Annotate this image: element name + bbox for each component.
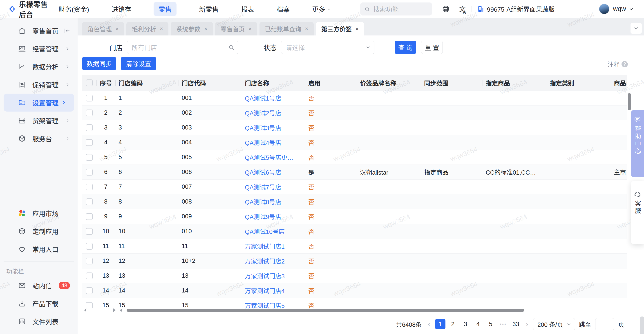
prev-page-button[interactable]: ‹ — [427, 320, 431, 328]
sidebar-item[interactable]: 产品下载 — [0, 295, 78, 313]
page-number-4[interactable]: 4 — [473, 319, 483, 329]
query-button[interactable]: 查 询 — [395, 41, 416, 54]
row-checkbox[interactable] — [86, 184, 93, 190]
cell-store-name-link[interactable]: 万家测试门店4 — [242, 283, 305, 298]
top-nav-item[interactable]: 档案 — [276, 4, 290, 14]
open-tab[interactable]: 角色管理 × — [82, 22, 124, 35]
top-nav-item[interactable]: 零售 — [154, 2, 176, 16]
cell-store-name-link[interactable]: QA测试9号店 — [242, 209, 305, 224]
row-checkbox[interactable] — [86, 287, 93, 294]
sidebar-item[interactable]: 定制应用 — [0, 222, 78, 240]
tab-close-icon[interactable]: × — [248, 25, 252, 32]
sidebar-item[interactable]: 经营管理 — [0, 40, 78, 58]
next-page-button[interactable]: › — [525, 320, 529, 328]
printer-icon[interactable] — [442, 5, 450, 13]
cell-store-name-link[interactable]: QA测试5号店更… — [242, 150, 305, 165]
row-checkbox[interactable] — [86, 258, 93, 264]
open-tab[interactable]: 零售首页 × — [215, 22, 257, 35]
page-size-select[interactable]: 200 条/页 — [533, 318, 575, 330]
open-tab[interactable]: 已结账单查询 × — [260, 22, 314, 35]
store-filter-input[interactable]: 所有门店 — [127, 41, 238, 54]
row-checkbox[interactable] — [86, 110, 93, 116]
tab-close-icon[interactable]: × — [115, 25, 119, 32]
sidebar-collapse-icon[interactable] — [64, 27, 70, 34]
top-nav-item[interactable]: 报表 — [241, 4, 254, 14]
page-number-5[interactable]: 5 — [486, 319, 496, 329]
top-nav: 财务(资金) 进销存 零售 新零售 报表 档案 更多 — [59, 2, 332, 16]
cell-store-name-link[interactable]: QA测试3号店 — [242, 120, 305, 135]
language-translate-icon[interactable]: 文A — [459, 4, 466, 14]
scroll-left-arrow[interactable] — [84, 308, 86, 312]
sidebar-item[interactable]: 文件列表 — [0, 313, 78, 331]
open-tab[interactable]: 第三方价签 × — [316, 22, 364, 35]
row-checkbox[interactable] — [86, 139, 93, 146]
sidebar-item[interactable]: 站内信 48 — [0, 277, 78, 295]
status-filter-select[interactable]: 请选择 — [281, 41, 374, 54]
top-nav-item[interactable]: 进销存 — [112, 4, 131, 14]
cell-store-name-link[interactable]: 万家测试门店5 — [242, 298, 305, 308]
scroll-left-arrow[interactable] — [120, 308, 122, 312]
cell-store-name-link[interactable]: 万家测试门店3 — [242, 268, 305, 283]
global-search-input[interactable]: 搜索功能 — [360, 2, 432, 15]
fixed-columns-scrollbar[interactable] — [84, 308, 116, 312]
jump-page-input[interactable] — [595, 318, 614, 330]
row-checkbox[interactable] — [86, 95, 93, 101]
page-number-1[interactable]: 1 — [435, 319, 446, 329]
cell-store-name-link[interactable]: QA测试8号店 — [242, 194, 305, 209]
row-checkbox[interactable] — [86, 243, 93, 250]
horizontal-scrollbar-thumb[interactable] — [126, 309, 524, 312]
question-icon[interactable]: ? — [622, 61, 628, 67]
cell-store-name-link[interactable]: 万家测试门店1 — [242, 239, 305, 253]
row-checkbox[interactable] — [86, 273, 93, 279]
tab-close-icon[interactable]: × — [305, 25, 308, 32]
scroll-handle[interactable] — [640, 317, 644, 334]
user-menu[interactable]: wqw — [599, 4, 634, 14]
customer-service-tab[interactable]: 客服 — [631, 181, 644, 244]
tab-close-icon[interactable]: × — [204, 25, 207, 32]
row-checkbox[interactable] — [86, 228, 93, 235]
row-checkbox[interactable] — [86, 198, 93, 205]
app-logo[interactable]: 乐檬零售后台 — [8, 0, 49, 19]
cell-store-name-link[interactable]: QA测试2号店 — [242, 106, 305, 120]
cell-store-name-link[interactable]: QA测试1号店 — [242, 91, 305, 105]
row-checkbox[interactable] — [86, 169, 93, 175]
vertical-scrollbar[interactable] — [628, 93, 631, 304]
page-number-2[interactable]: 2 — [448, 319, 458, 329]
scroll-right-arrow[interactable] — [113, 308, 116, 312]
sidebar-item[interactable]: 设置管理 — [4, 94, 74, 112]
open-tab[interactable]: 毛利分析 × — [126, 22, 168, 35]
top-nav-item[interactable]: 新零售 — [199, 4, 218, 14]
tab-close-icon[interactable]: × — [355, 25, 359, 32]
sidebar-item[interactable]: 应用市场 — [0, 204, 78, 222]
open-tab[interactable]: 系统参数 × — [171, 22, 213, 35]
row-checkbox[interactable] — [86, 302, 93, 309]
sidebar-item[interactable]: 零售首页 — [0, 22, 78, 40]
help-center-tab[interactable]: 帮助中心 — [631, 110, 644, 177]
page-number-33[interactable]: 33 — [511, 319, 521, 329]
page-number-3[interactable]: 3 — [460, 319, 471, 329]
row-checkbox[interactable] — [86, 124, 93, 131]
cell-store-name-link[interactable]: QA测试6号店 — [242, 165, 305, 179]
clear-settings-button[interactable]: 清除设置 — [121, 57, 156, 70]
cell-store-name-link[interactable]: QA测试4号店 — [242, 135, 305, 150]
company-switcher[interactable]: 99675-A组新界面果蔬版QA测... — [477, 4, 554, 13]
cell-store-name-link[interactable]: QA测试7号店 — [242, 179, 305, 194]
sidebar-item[interactable]: 常用入口 — [0, 240, 78, 258]
top-nav-item[interactable]: 更多 — [312, 4, 332, 14]
cell-store-name-link[interactable]: QA测试10号店 — [242, 224, 305, 239]
reset-button[interactable]: 重 置 — [421, 41, 443, 54]
row-checkbox[interactable] — [86, 213, 93, 220]
sidebar-item[interactable]: 促销管理 — [0, 76, 78, 94]
horizontal-scrollbar[interactable] — [120, 308, 628, 312]
vertical-scrollbar-thumb[interactable] — [628, 93, 631, 110]
sidebar-item[interactable]: 数据分析 — [0, 58, 78, 76]
tabs-dropdown-button[interactable] — [630, 23, 642, 34]
top-nav-item[interactable]: 财务(资金) — [59, 4, 89, 14]
tab-close-icon[interactable]: × — [160, 25, 163, 32]
select-all-checkbox[interactable] — [86, 79, 93, 86]
data-sync-button[interactable]: 数据同步 — [82, 57, 116, 70]
sidebar-item[interactable]: 货架管理 — [0, 112, 78, 130]
sidebar-item[interactable]: 服务台 — [0, 130, 78, 148]
cell-store-name-link[interactable]: 万家测试门店2 — [242, 254, 305, 268]
row-checkbox[interactable] — [86, 154, 93, 161]
